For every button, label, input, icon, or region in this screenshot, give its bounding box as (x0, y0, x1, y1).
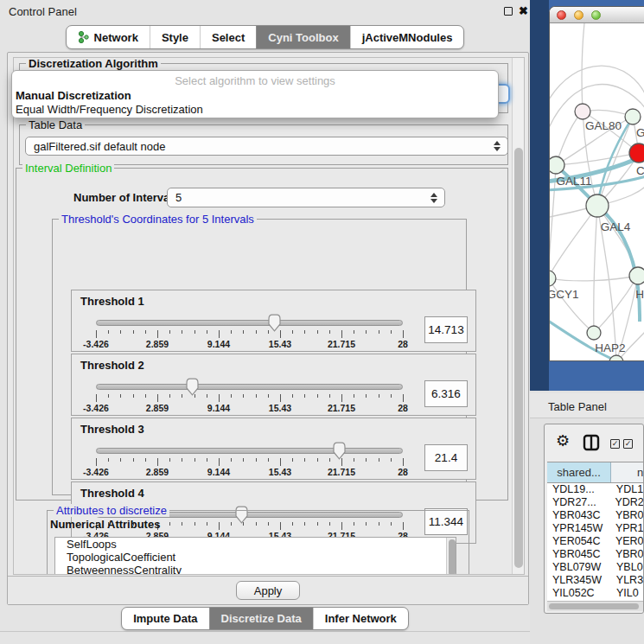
network-node[interactable] (575, 104, 590, 119)
threshold-slider[interactable] (96, 320, 403, 326)
column-header-name[interactable]: name (611, 462, 643, 482)
node-label: GAL4 (601, 220, 631, 233)
tick-mark (231, 394, 232, 398)
network-window[interactable]: GAL80GACGAL11GAL4GCY1HHAP2 (549, 6, 644, 361)
tab-select[interactable]: Select (200, 26, 256, 48)
close-traffic-light[interactable] (557, 10, 566, 20)
network-node[interactable] (586, 194, 609, 217)
table-row[interactable]: YBL079WYBL0 (547, 561, 643, 574)
tick-mark (207, 330, 207, 334)
network-window-titlebar[interactable] (550, 7, 644, 23)
tick-mark (354, 330, 354, 334)
tick-mark (354, 458, 354, 462)
checkbox-icon[interactable]: ✓ (623, 439, 633, 449)
tick-mark (379, 394, 379, 398)
tab-cyni-toolbox[interactable]: Cyni Toolbox (256, 26, 349, 48)
checkbox-icon[interactable]: ✓ (610, 439, 620, 449)
cell-name: YBR0 (610, 548, 643, 561)
tick-mark (219, 394, 220, 402)
network-node[interactable] (550, 271, 556, 286)
tab-label: Style (162, 31, 188, 44)
tick-mark (341, 394, 342, 402)
attribute-list-item[interactable]: BetweennessCentrality (55, 564, 456, 575)
tab-discretize-data[interactable]: Discretize Data (209, 608, 313, 629)
tab-network[interactable]: Network (67, 26, 150, 48)
network-node[interactable] (550, 156, 564, 174)
column-layout-icon[interactable] (583, 434, 600, 451)
table-h-scrollbar[interactable] (547, 601, 643, 611)
table-row[interactable]: YIL052CYIL0 (547, 587, 643, 600)
close-icon[interactable]: ✖ (519, 4, 528, 17)
list-scrollbar[interactable] (446, 538, 456, 575)
cell-shared-name: YDL19... (547, 483, 611, 496)
network-node[interactable] (629, 267, 644, 284)
float-window-icon[interactable] (504, 7, 513, 16)
tick-mark (108, 394, 109, 398)
tick-mark (268, 458, 269, 462)
table-row[interactable]: YDR27...YDR2 (547, 496, 643, 509)
tick-mark (169, 458, 170, 462)
network-node[interactable] (625, 109, 641, 124)
threshold-value-field[interactable]: 6.316 (424, 380, 468, 407)
tick-mark (219, 458, 220, 466)
table-panel-titlebar[interactable]: Table Panel (530, 393, 644, 418)
tick-mark (366, 458, 367, 462)
tab-jactivemnodules[interactable]: jActiveMNodules (350, 26, 464, 48)
apply-button[interactable]: Apply (236, 581, 300, 600)
tick-mark (280, 330, 281, 338)
node-label: H (635, 288, 644, 301)
column-header-shared[interactable]: shared... (547, 462, 611, 482)
tick-mark (379, 330, 379, 334)
tick-mark (169, 330, 170, 334)
tick-label: 2.859 (133, 339, 182, 349)
table-row[interactable]: YBR043CYBR0 (547, 509, 643, 522)
dropdown-option-equal-width[interactable]: Equal Width/Frequency Discretization (16, 103, 203, 116)
tick-mark (329, 458, 330, 462)
attribute-list-item[interactable]: SelfLoops (55, 538, 456, 551)
numerical-attributes-list[interactable]: SelfLoopsTopologicalCoefficientBetweenne… (54, 537, 456, 575)
slider-thumb[interactable] (332, 442, 347, 460)
threshold-slider[interactable] (96, 384, 403, 390)
scrollbar-thumb[interactable] (514, 148, 523, 568)
slider-thumb[interactable] (185, 378, 200, 396)
gear-icon[interactable]: ⚙ (556, 433, 570, 449)
cell-name: YLR3 (611, 574, 643, 587)
network-node[interactable] (629, 143, 644, 163)
interval-definition-group: Interval Definition Number of Intervals … (16, 168, 508, 501)
panel-scrollbar[interactable] (512, 58, 524, 574)
tick-mark (341, 458, 342, 466)
threshold-value-field[interactable]: 21.4 (424, 444, 468, 471)
zoom-traffic-light[interactable] (591, 10, 601, 20)
scrollbar-thumb[interactable] (549, 603, 639, 609)
table-panel: ⚙ ✓ ✓ shared... name YDL19...YDL1YDR27..… (544, 424, 644, 614)
table-data-group: Table Data galFiltered.sif default node (19, 124, 508, 165)
slider-thumb[interactable] (267, 314, 282, 332)
tick-mark (280, 458, 281, 466)
cyni-toolbox-content: Discretization Algorithm Table Data galF… (7, 52, 529, 605)
attribute-list-item[interactable]: TopologicalCoefficient (55, 551, 456, 564)
table-data-combobox[interactable]: galFiltered.sif default node (25, 137, 508, 156)
table-row[interactable]: YPR145WYPR1 (547, 522, 643, 535)
minimize-traffic-light[interactable] (574, 10, 583, 20)
tab-style[interactable]: Style (150, 26, 200, 48)
tick-mark (157, 330, 158, 338)
tick-label: 2.859 (133, 467, 182, 477)
tick-mark (120, 394, 121, 398)
network-node[interactable] (587, 326, 601, 340)
network-canvas[interactable]: GAL80GACGAL11GAL4GCY1HHAP2 (550, 23, 644, 361)
network-edges (550, 23, 644, 361)
table-row[interactable]: YER054CYER0 (547, 535, 643, 548)
tick-mark (256, 458, 257, 462)
table-row[interactable]: YDL19...YDL1 (547, 483, 643, 496)
dropdown-option-manual-discretization[interactable]: Manual Discretization (16, 89, 131, 102)
cell-name: YDR2 (609, 496, 643, 509)
tab-impute-data[interactable]: Impute Data (122, 608, 208, 629)
tick-label: 28 (379, 403, 427, 413)
table-row[interactable]: YBR045CYBR0 (547, 548, 643, 561)
apply-bar: Apply (8, 576, 528, 604)
threshold-value-field[interactable]: 14.713 (424, 316, 468, 343)
tab-infer-network[interactable]: Infer Network (313, 608, 408, 629)
group-title: Attributes to discretize (54, 504, 169, 517)
table-row[interactable]: YLR345WYLR3 (547, 574, 643, 587)
threshold-slider[interactable] (96, 448, 403, 454)
